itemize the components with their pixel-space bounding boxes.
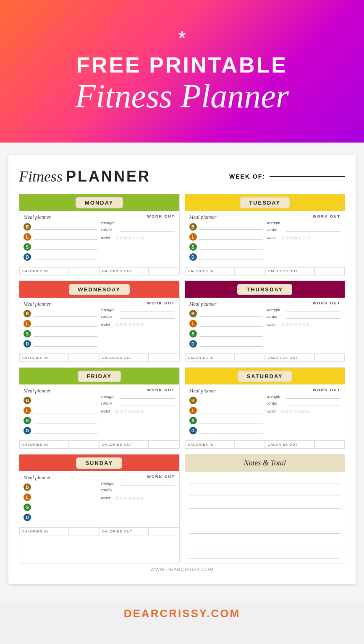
tuesday-cal-out-value[interactable] (314, 267, 345, 275)
sat-l-line[interactable] (199, 408, 263, 413)
wed-l-line[interactable] (34, 321, 97, 327)
b-line[interactable] (34, 224, 97, 230)
sun-drop-5[interactable]: ◇ (132, 496, 136, 500)
drop-6[interactable]: ◇ (136, 235, 140, 240)
fri-drop-5[interactable]: ◇ (132, 409, 136, 413)
fri-drop-2[interactable]: ◇ (120, 409, 123, 413)
thu-b-line[interactable] (199, 311, 263, 317)
thu-drop-7[interactable]: ◇ (306, 322, 310, 327)
wed-drop-7[interactable]: ◇ (141, 322, 144, 327)
cardio-line[interactable] (120, 227, 175, 232)
sun-drop-1[interactable]: ◇ (115, 496, 119, 500)
wed-drop-3[interactable]: ◇ (124, 322, 127, 327)
wed-drop-6[interactable]: ◇ (136, 322, 140, 327)
sat-drop-5[interactable]: ◇ (298, 409, 301, 413)
sun-drop-4[interactable]: ◇ (128, 496, 131, 500)
notes-line-5[interactable] (189, 526, 341, 534)
sun-strength-line[interactable] (120, 480, 175, 486)
sat-drop-4[interactable]: ◇ (294, 409, 297, 413)
notes-line-2[interactable] (189, 488, 341, 496)
drop-2[interactable]: ◇ (120, 235, 123, 240)
thu-drop-5[interactable]: ◇ (298, 322, 301, 327)
notes-line-6[interactable] (189, 539, 341, 546)
sat-drop-2[interactable]: ◇ (285, 409, 289, 413)
wednesday-cal-in-value[interactable] (69, 354, 99, 362)
s-line[interactable] (34, 244, 97, 250)
sat-drop-7[interactable]: ◇ (306, 409, 310, 413)
friday-cal-in-value[interactable] (69, 441, 99, 449)
tue-drop-5[interactable]: ◇ (298, 235, 301, 240)
thu-l-line[interactable] (199, 321, 263, 327)
fri-drop-4[interactable]: ◇ (128, 409, 131, 413)
fri-drop-1[interactable]: ◇ (115, 409, 119, 413)
sun-l-line[interactable] (34, 494, 97, 500)
tue-drop-6[interactable]: ◇ (302, 235, 306, 240)
thu-s-line[interactable] (199, 331, 263, 337)
tue-drop-2[interactable]: ◇ (285, 235, 289, 240)
drop-1[interactable]: ◇ (115, 235, 119, 240)
l-line[interactable] (34, 234, 97, 240)
sat-drop-3[interactable]: ◇ (290, 409, 293, 413)
wed-strength-line[interactable] (120, 307, 175, 312)
wed-drop-5[interactable]: ◇ (132, 322, 136, 327)
tue-drop-4[interactable]: ◇ (294, 235, 297, 240)
sunday-cal-in-value[interactable] (69, 527, 99, 535)
tue-drop-1[interactable]: ◇ (281, 235, 285, 240)
saturday-cal-in-value[interactable] (234, 441, 264, 449)
fri-s-line[interactable] (34, 418, 97, 423)
sun-b-line[interactable] (34, 484, 97, 490)
thu-d-line[interactable] (199, 341, 263, 347)
tue-strength-line[interactable] (286, 220, 340, 225)
wed-cardio-line[interactable] (120, 314, 175, 319)
tue-d-line[interactable] (199, 254, 263, 260)
wed-drop-2[interactable]: ◇ (120, 322, 123, 327)
notes-line-4[interactable] (189, 514, 341, 521)
sat-drop-6[interactable]: ◇ (302, 409, 306, 413)
fri-d-line[interactable] (34, 428, 97, 434)
sunday-cal-out-value[interactable] (149, 527, 179, 535)
saturday-cal-out-value[interactable] (314, 441, 345, 449)
fri-drop-6[interactable]: ◇ (136, 409, 140, 413)
thu-drop-4[interactable]: ◇ (294, 322, 297, 327)
thu-drop-3[interactable]: ◇ (290, 322, 293, 327)
wednesday-cal-out-value[interactable] (149, 354, 179, 362)
thu-cardio-line[interactable] (286, 314, 340, 319)
tue-cardio-line[interactable] (286, 227, 340, 232)
sat-strength-line[interactable] (286, 394, 340, 399)
notes-body[interactable] (185, 472, 345, 563)
sun-drop-7[interactable]: ◇ (141, 496, 144, 500)
wed-drop-1[interactable]: ◇ (115, 322, 119, 327)
wed-b-line[interactable] (34, 311, 97, 317)
fri-b-line[interactable] (34, 397, 97, 403)
week-of-input-line[interactable] (270, 176, 345, 177)
tue-s-line[interactable] (199, 244, 263, 250)
sun-d-line[interactable] (34, 514, 97, 520)
fri-l-line[interactable] (34, 408, 97, 413)
drop-5[interactable]: ◇ (132, 235, 136, 240)
thu-drop-1[interactable]: ◇ (281, 322, 285, 327)
tuesday-cal-in-value[interactable] (234, 267, 264, 275)
strength-line[interactable] (120, 220, 175, 225)
drop-3[interactable]: ◇ (124, 235, 127, 240)
sat-s-line[interactable] (199, 418, 263, 423)
sat-b-line[interactable] (199, 397, 263, 403)
drop-7[interactable]: ◇ (141, 235, 144, 240)
sun-cardio-line[interactable] (120, 487, 175, 492)
sun-drop-3[interactable]: ◇ (124, 496, 127, 500)
tue-b-line[interactable] (199, 224, 263, 230)
thu-drop-6[interactable]: ◇ (302, 322, 306, 327)
thursday-cal-in-value[interactable] (234, 354, 264, 362)
monday-cal-out-value[interactable] (149, 267, 179, 275)
tue-l-line[interactable] (199, 234, 263, 240)
fri-strength-line[interactable] (120, 394, 175, 399)
fri-cardio-line[interactable] (120, 400, 175, 405)
wed-drop-4[interactable]: ◇ (128, 322, 131, 327)
tue-drop-7[interactable]: ◇ (306, 235, 310, 240)
fri-drop-7[interactable]: ◇ (141, 409, 144, 413)
sat-drop-1[interactable]: ◇ (281, 409, 285, 413)
friday-cal-out-value[interactable] (149, 441, 179, 449)
sun-drop-6[interactable]: ◇ (136, 496, 140, 500)
tue-drop-3[interactable]: ◇ (290, 235, 293, 240)
fri-drop-3[interactable]: ◇ (124, 409, 127, 413)
drop-4[interactable]: ◇ (128, 235, 131, 240)
